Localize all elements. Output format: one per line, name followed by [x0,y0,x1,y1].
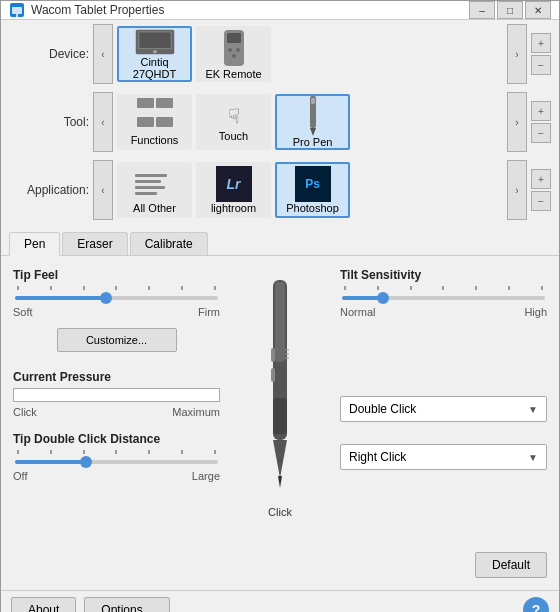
pen-illustration: Click [257,278,303,518]
app-item-lightroom[interactable]: Lr lightroom [196,162,271,218]
double-click-dropdown-section: Double Click ▼ [340,396,547,422]
tool-touch-label: Touch [219,130,248,142]
tool-label: Tool: [9,115,89,129]
tick [344,286,346,290]
svg-marker-13 [310,128,316,136]
bottom-bar-right: ? [523,597,549,612]
right-click-dropdown-section: Right Click ▼ [340,444,547,470]
tilt-thumb[interactable] [377,292,389,304]
tilt-dots [342,286,545,290]
device-item-cintiq[interactable]: Cintiq 27QHDT [117,26,192,82]
tool-add-button[interactable]: + [531,101,551,121]
current-pressure-section: Current Pressure Click Maximum [13,370,220,418]
app-prev-button[interactable]: ‹ [93,160,113,220]
panel-columns: Tip Feel [13,268,547,578]
propen-icon [306,96,320,136]
svg-point-9 [228,48,232,52]
tip-dbl-labels: Off Large [13,470,220,482]
tip-dbl-off-label: Off [13,470,27,482]
tab-calibrate[interactable]: Calibrate [130,232,208,255]
svg-marker-20 [273,440,287,478]
tab-bar: Pen Eraser Calibrate [1,224,559,256]
app-icon [9,2,25,18]
pressure-maximum-label: Maximum [172,406,220,418]
device-next-button[interactable]: › [507,24,527,84]
tool-item-propen[interactable]: Pro Pen [275,94,350,150]
pressure-labels: Click Maximum [13,406,220,418]
tool-next-button[interactable]: › [507,92,527,152]
tip-dbl-fill [15,460,86,464]
device-side-buttons: + − [531,33,551,75]
main-window: Wacom Tablet Properties – □ ✕ Device: ‹ … [0,0,560,612]
options-button[interactable]: Options... [84,597,169,612]
pressure-bar [13,388,220,402]
tip-double-click-slider-container [13,450,220,464]
tick [214,286,216,290]
tip-dbl-thumb[interactable] [80,456,92,468]
app-lightroom-label: lightroom [211,202,256,214]
tilt-title: Tilt Sensitivity [340,268,547,282]
tip-feel-slider-container [13,286,220,300]
tick [115,286,117,290]
app-side-buttons: + − [531,169,551,211]
device-label: Device: [9,47,89,61]
svg-rect-8 [227,33,241,43]
tab-pen[interactable]: Pen [9,232,60,256]
minimize-button[interactable]: – [469,1,495,19]
default-button[interactable]: Default [475,552,547,578]
tip-feel-thumb[interactable] [100,292,112,304]
device-ekremote-label: EK Remote [205,68,261,80]
svg-point-10 [236,48,240,52]
tool-remove-button[interactable]: − [531,123,551,143]
spacer [340,332,547,382]
tick [17,450,19,454]
app-item-photoshop[interactable]: Ps Photoshop [275,162,350,218]
tip-double-click-track[interactable] [15,460,218,464]
tip-feel-fill [15,296,106,300]
tick [181,450,183,454]
tip-feel-soft-label: Soft [13,306,33,318]
tool-item-touch[interactable]: ☟ Touch [196,94,271,150]
window-controls: – □ ✕ [469,1,551,19]
right-click-dropdown[interactable]: Right Click ▼ [340,444,547,470]
panel-center: Click [240,268,320,578]
help-button[interactable]: ? [523,597,549,612]
tool-items-area: Functions ☟ Touch Pro Pen [113,92,507,152]
application-section: Application: ‹ All Other Lr lightroom Ps [1,156,559,224]
svg-rect-16 [275,282,285,362]
pressure-click-label: Click [13,406,37,418]
tick [377,286,379,290]
tick [50,286,52,290]
device-item-ekremote[interactable]: EK Remote [196,26,271,82]
svg-point-11 [232,54,236,58]
app-next-button[interactable]: › [507,160,527,220]
device-add-button[interactable]: + [531,33,551,53]
tip-dbl-large-label: Large [192,470,220,482]
double-click-dropdown[interactable]: Double Click ▼ [340,396,547,422]
app-item-allother[interactable]: All Other [117,162,192,218]
tab-eraser[interactable]: Eraser [62,232,127,255]
close-button[interactable]: ✕ [525,1,551,19]
tick [17,286,19,290]
device-remove-button[interactable]: − [531,55,551,75]
tilt-track[interactable] [342,296,545,300]
tick [148,286,150,290]
functions-icon [137,98,173,134]
pen-svg [257,278,303,498]
right-click-value: Right Click [349,450,406,464]
maximize-button[interactable]: □ [497,1,523,19]
app-add-button[interactable]: + [531,169,551,189]
touch-icon: ☟ [220,102,248,130]
tilt-slider-container [340,286,547,300]
about-button[interactable]: About [11,597,76,612]
tip-feel-track[interactable] [15,296,218,300]
device-prev-button[interactable]: ‹ [93,24,113,84]
bottom-bar: About Options... ? [1,590,559,612]
app-remove-button[interactable]: − [531,191,551,211]
tool-prev-button[interactable]: ‹ [93,92,113,152]
photoshop-icon: Ps [295,166,331,202]
tip-double-click-section: Tip Double Click Distance [13,432,220,482]
customize-button[interactable]: Customize... [57,328,177,352]
svg-rect-5 [139,32,171,48]
tool-item-functions[interactable]: Functions [117,94,192,150]
